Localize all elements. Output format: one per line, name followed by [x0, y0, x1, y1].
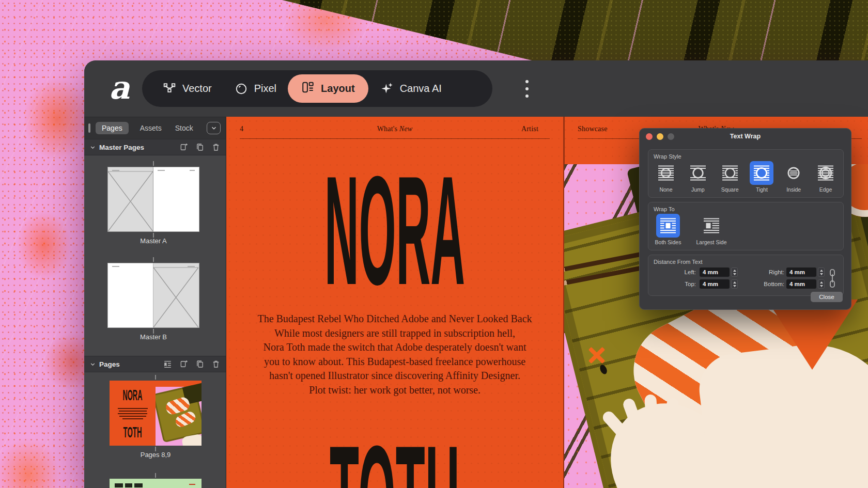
persona-vector[interactable]: Vector [151, 82, 223, 96]
persona-canva-ai-label: Canva AI [400, 83, 442, 95]
add-page-icon[interactable] [179, 359, 189, 369]
wrap-option-label: Tight [756, 186, 768, 193]
overflow-menu-button[interactable] [521, 77, 533, 100]
headline-nora: NORA [324, 168, 465, 288]
wrap-to-option-both-sides[interactable]: Both Sides [651, 214, 685, 245]
tab-pages[interactable]: Pages [96, 122, 129, 134]
persona-vector-label: Vector [182, 83, 212, 95]
right-field-label: Right: [739, 267, 784, 277]
bottom-stepper[interactable] [818, 279, 825, 289]
wrap-style-option-inside[interactable]: Inside [779, 161, 809, 193]
wrap-option-label: Both Sides [655, 239, 681, 245]
wrap-inside-icon [784, 164, 803, 182]
wrap-style-label: Wrap Style [654, 153, 681, 160]
wrap-style-option-none[interactable]: None [651, 161, 681, 193]
kebab-menu-icon [524, 78, 530, 100]
chevron-down-icon [89, 361, 96, 368]
duplicate-icon[interactable] [195, 143, 205, 152]
persona-canva-ai[interactable]: Canva AI [368, 82, 453, 96]
wrap-both-sides-icon [659, 216, 677, 235]
wrap-square-icon [721, 164, 739, 182]
bottom-field-label: Bottom: [739, 279, 784, 289]
wrap-to-label: Wrap To [654, 206, 675, 212]
top-distance-input[interactable] [700, 279, 730, 289]
master-a-right-page [153, 167, 199, 232]
persona-pixel-label: Pixel [254, 83, 276, 95]
section-header-pages[interactable]: Pages [84, 356, 226, 372]
wrap-style-option-jump[interactable]: Jump [683, 161, 713, 193]
pages-8-9-thumbnail[interactable]: NORA TOTH [110, 381, 202, 446]
wrap-to-option-largest-side[interactable]: Largest Side [692, 214, 731, 245]
thumb-headline-toth: TOTH [110, 425, 156, 438]
wrap-style-selected [750, 161, 773, 185]
paragraph-line: Plot twist: her work got better, not wor… [226, 383, 563, 398]
wrap-largest-side-icon [702, 216, 721, 235]
wrap-to-group: Wrap To Both Sides Largest Side [648, 202, 844, 250]
panel-tabs: Pages Assets Stock [84, 117, 226, 139]
dialog-titlebar[interactable]: Text Wrap [640, 129, 851, 144]
add-page-icon[interactable] [179, 143, 189, 152]
bottom-distance-input[interactable] [786, 279, 816, 289]
link-values-icon[interactable] [828, 268, 836, 289]
persona-layout-label: Layout [321, 83, 355, 95]
running-header-left-page: What's New [226, 125, 563, 133]
top-toolbar: a Vector [84, 60, 868, 117]
placeholder-x [153, 263, 198, 327]
left-distance-input[interactable] [700, 267, 730, 277]
paragraph-line: you to know about. This Budapest-based f… [226, 355, 563, 369]
header-new: New [399, 125, 413, 133]
right-distance-input[interactable] [786, 267, 816, 277]
master-a-label: Master A [107, 237, 199, 245]
wrap-option-label: Edge [819, 186, 832, 193]
left-stepper[interactable] [731, 267, 738, 277]
svg-text:TOTH: TOTH [123, 425, 142, 438]
wrap-option-label: None [659, 186, 672, 193]
dialog-title: Text Wrap [640, 133, 851, 140]
header-rule-left [240, 138, 550, 139]
delete-icon[interactable] [211, 143, 221, 152]
panel-drag-handle[interactable] [88, 123, 90, 133]
tab-assets[interactable]: Assets [138, 122, 164, 134]
next-left-page [110, 479, 156, 488]
right-stepper[interactable] [818, 267, 825, 277]
tab-stock[interactable]: Stock [173, 122, 195, 134]
article-paragraph[interactable]: The Budapest Rebel Who Ditched Adobe and… [226, 312, 563, 398]
text-wrap-dialog: Text Wrap Wrap Style None Ju [639, 128, 851, 310]
persona-switcher: Vector Pixel [142, 70, 492, 107]
section-icon[interactable] [163, 359, 173, 369]
wrap-style-group: Wrap Style None Jump [648, 149, 844, 198]
wrap-style-option-edge[interactable]: Edge [811, 161, 841, 193]
chevron-down-icon [89, 144, 96, 151]
placeholder-x [108, 167, 153, 231]
wrap-none-icon [657, 164, 675, 182]
next-right-page [156, 479, 202, 488]
delete-icon[interactable] [211, 359, 221, 369]
wrap-option-label: Inside [786, 186, 801, 193]
wrap-style-option-tight[interactable]: Tight [747, 161, 777, 193]
distance-from-text-group: Distance From Text Left: Right: Top: Bot… [648, 255, 844, 296]
top-stepper[interactable] [731, 279, 738, 289]
duplicate-icon[interactable] [195, 359, 205, 369]
master-b-thumbnail[interactable] [107, 263, 199, 328]
paragraph-line: The Budapest Rebel Who Ditched Adobe and… [226, 312, 563, 326]
header-whats: What's [377, 125, 399, 133]
pages-panel: Pages Assets Stock Master Pages [84, 117, 226, 488]
wrap-edge-icon [816, 164, 835, 182]
affinity-logo: a [105, 70, 134, 106]
persona-pixel[interactable]: Pixel [223, 82, 288, 96]
persona-layout[interactable]: Layout [288, 74, 368, 103]
wrap-style-option-square[interactable]: Square [715, 161, 745, 193]
next-pages-thumbnail[interactable] [110, 479, 202, 488]
headline-nora-frame[interactable]: NORA [226, 168, 563, 288]
left-field-label: Left: [653, 267, 696, 277]
headline-toth-frame[interactable]: TOTH [226, 438, 563, 488]
section-header-master-pages[interactable]: Master Pages [84, 139, 226, 155]
close-button[interactable]: Close [811, 292, 843, 302]
wrap-tight-icon [752, 164, 771, 182]
wrap-option-label: Jump [691, 186, 705, 193]
master-a-thumbnail[interactable] [107, 167, 199, 232]
headline-toth: TOTH [330, 438, 460, 488]
distance-label: Distance From Text [654, 259, 703, 265]
panel-collapse-button[interactable] [207, 122, 221, 134]
running-header-artist: Artist [521, 125, 538, 133]
